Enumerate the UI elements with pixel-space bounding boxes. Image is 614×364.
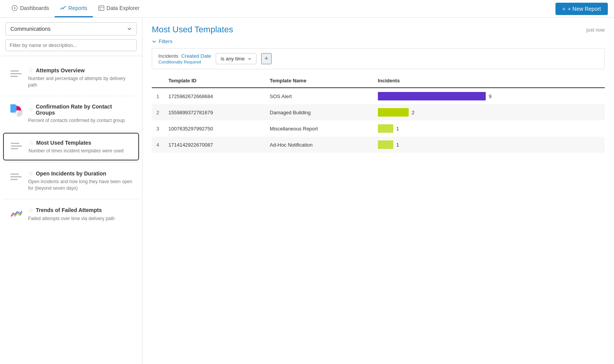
main-layout: Communications ☆ Attempts Overview Nu xyxy=(0,18,614,364)
most-used-templates-icon xyxy=(10,139,24,153)
divider xyxy=(3,199,139,199)
results-table: Template ID Template Name Incidents 1 17… xyxy=(152,74,605,153)
incidents-cell: 1 xyxy=(373,120,605,137)
star-icon[interactable]: ☆ xyxy=(28,170,34,177)
divider xyxy=(3,131,139,131)
star-icon[interactable]: ☆ xyxy=(29,139,34,146)
confirmation-rate-icon xyxy=(10,104,23,117)
row-number: 3 xyxy=(152,120,164,137)
table-header-row: Template ID Template Name Incidents xyxy=(152,74,605,88)
divider xyxy=(3,96,139,96)
sidebar-item-attempts-overview[interactable]: ☆ Attempts Overview Number and percentag… xyxy=(3,61,139,94)
svg-rect-2 xyxy=(99,6,104,10)
reports-icon xyxy=(60,5,66,11)
new-report-button[interactable]: + + New Report xyxy=(555,3,608,15)
divider xyxy=(3,162,139,162)
content-header: Most Used Templates just now xyxy=(143,18,614,38)
new-report-plus-icon: + xyxy=(562,6,565,12)
data-explorer-icon xyxy=(98,5,104,11)
template-name-cell: Damaged Building xyxy=(265,104,373,120)
sidebar: Communications ☆ Attempts Overview Nu xyxy=(0,18,143,364)
nav-items: Dashboards Reports Data Explorer xyxy=(6,0,145,17)
star-icon[interactable]: ☆ xyxy=(28,67,34,74)
nav-reports[interactable]: Reports xyxy=(55,0,93,17)
template-name-cell: Miscellaneous Report xyxy=(265,120,373,137)
table-row: 3 1007635297992750 Miscellaneous Report … xyxy=(152,120,605,137)
template-id-cell: 1007635297992750 xyxy=(164,120,265,137)
col-incidents: Incidents xyxy=(373,74,605,88)
filters-bar: Filters Incidents Created Date Condition… xyxy=(143,38,614,74)
filter-value-dropdown[interactable]: is any time xyxy=(216,53,257,64)
add-filter-button[interactable]: + xyxy=(261,53,272,64)
chevron-down-icon xyxy=(152,39,156,44)
top-nav: Dashboards Reports Data Explorer + + New… xyxy=(0,0,614,18)
incidents-count: 9 xyxy=(489,94,492,99)
content-area: Most Used Templates just now Filters Inc… xyxy=(143,18,614,364)
table-area: Template ID Template Name Incidents 1 17… xyxy=(143,74,614,364)
col-template-name: Template Name xyxy=(265,74,373,88)
nav-data-explorer[interactable]: Data Explorer xyxy=(93,0,145,17)
table-row: 2 1559899372781679 Damaged Building 2 xyxy=(152,104,605,120)
col-num xyxy=(152,74,164,88)
template-id-cell: 1714142922670087 xyxy=(164,137,265,153)
sidebar-header: Communications xyxy=(0,18,142,56)
row-number: 1 xyxy=(152,88,164,104)
star-icon[interactable]: ☆ xyxy=(28,207,34,214)
table-row: 4 1714142922670087 Ad-Hoc Notification 1 xyxy=(152,137,605,153)
sidebar-item-trends-failed[interactable]: ☆ Trends of Failed Attempts Failed attem… xyxy=(3,201,139,228)
incidents-cell: 1 xyxy=(373,137,605,153)
timestamp: just now xyxy=(586,27,605,33)
incidents-cell: 2 xyxy=(373,104,605,120)
nav-dashboards[interactable]: Dashboards xyxy=(6,0,55,17)
table-row: 1 1725962672668684 SOS Alert 9 xyxy=(152,88,605,104)
incidents-count: 1 xyxy=(396,126,399,132)
template-name-cell: SOS Alert xyxy=(265,88,373,104)
open-incidents-icon xyxy=(10,170,23,184)
star-icon[interactable]: ☆ xyxy=(28,106,34,113)
incidents-count: 2 xyxy=(412,110,414,115)
col-template-id: Template ID xyxy=(164,74,265,88)
incidents-count: 1 xyxy=(396,142,399,148)
sidebar-item-confirmation-rate[interactable]: ☆ Confirmation Rate by Contact Groups Pe… xyxy=(3,98,139,130)
row-number: 2 xyxy=(152,104,164,120)
filters-toggle[interactable]: Filters xyxy=(152,38,605,44)
report-title: Most Used Templates xyxy=(152,25,233,35)
template-id-cell: 1725962672668684 xyxy=(164,88,265,104)
row-number: 4 xyxy=(152,137,164,153)
template-name-cell: Ad-Hoc Notification xyxy=(265,137,373,153)
filter-row: Incidents Created Date Conditionally Req… xyxy=(152,48,605,69)
template-id-cell: 1559899372781679 xyxy=(164,104,265,120)
chevron-down-icon xyxy=(127,27,132,31)
dashboards-icon xyxy=(12,5,18,11)
incidents-cell: 9 xyxy=(373,88,605,104)
chevron-down-icon xyxy=(248,57,252,61)
sidebar-list: ☆ Attempts Overview Number and percentag… xyxy=(0,56,142,232)
communications-dropdown[interactable]: Communications xyxy=(5,22,137,35)
sidebar-item-open-incidents[interactable]: ☆ Open Incidents by Duration Open incide… xyxy=(3,164,139,197)
sidebar-filter-input[interactable] xyxy=(5,39,137,51)
trends-failed-icon xyxy=(10,207,23,220)
attempts-overview-icon xyxy=(10,67,23,80)
sidebar-item-most-used-templates[interactable]: ☆ Most Used Templates Number of times in… xyxy=(3,133,139,160)
svg-point-1 xyxy=(14,7,15,9)
